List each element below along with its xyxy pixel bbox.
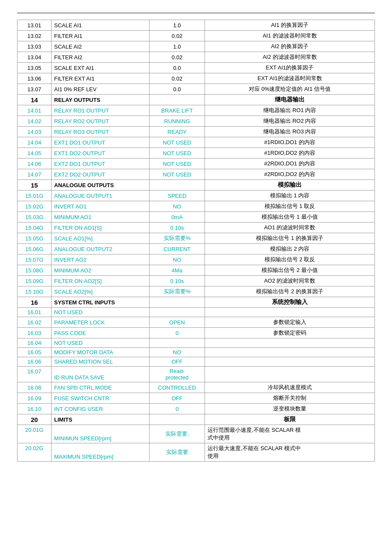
row-desc: 逆变模块数量 [205, 404, 375, 414]
row-value: 0.0 [150, 84, 205, 95]
row-value: NOT USED [150, 159, 205, 169]
row-desc: 继电器输出 RO3 内容 [205, 127, 375, 137]
row-name: SCALE AO1[%] [52, 233, 150, 244]
table-row: 14.04 EXT1 DO1 OUTPUT NOT USED #1RDIO,DO… [17, 137, 375, 148]
table-row: 13.05 SCALE EXT AI1 0.0 EXT AI1的换算因子 [17, 63, 375, 73]
table-row: 14.05 EXT1 DO2 OUTPUT NOT USED #1RDIO,DO… [17, 148, 375, 159]
row-value: NOT USED [150, 169, 205, 180]
row-value: CURRENT [150, 244, 205, 254]
row-desc: 模拟输出 2 内容 [205, 244, 375, 254]
row-desc: 冷却风机速度模式 [205, 382, 375, 393]
row-desc [205, 367, 375, 382]
row-value: 0.02 [150, 52, 205, 63]
row-name: FILTER AI2 [52, 52, 150, 63]
table-row: 15.06G ANALOGUE OUTPUT2 CURRENT 模拟输出 2 内… [17, 244, 375, 254]
row-desc: AI2 的滤波器时间常数 [205, 52, 375, 63]
table-row: 16 SYSTEM CTRL INPUTS 系统控制输入 [17, 297, 375, 308]
row-name: PARAMETER LOCK [52, 317, 150, 328]
row-desc: #1RDIO,DO1 的内容 [205, 137, 375, 148]
row-desc: 继电器输出 RO1 内容 [205, 105, 375, 116]
row-code: 14.01 [17, 105, 52, 116]
row-name: SHARED MOTION SEL [52, 357, 150, 367]
row-value: Read- protected [150, 367, 205, 382]
row-name: FILTER ON AO2[S] [52, 276, 150, 286]
row-code: 16.07 [17, 367, 52, 382]
row-desc [205, 338, 375, 348]
row-desc: AI1 的滤波器时间常数 [205, 31, 375, 41]
row-desc: AI2 的换算因子 [205, 41, 375, 52]
section-code: 16 [17, 297, 52, 308]
row-name: FILTER ON AO1[S] [52, 223, 150, 233]
row-code: 16.10 [17, 404, 52, 414]
row-desc: 模拟输出信号 1 的换算因子 [205, 233, 375, 244]
table-row: 15.09G FILTER ON AO2[S] 0.10s AO2 的滤波时间常… [17, 276, 375, 286]
row-name: ANALOGUE OUTPUT2 [52, 244, 150, 254]
table-row: 14.01 RELAY RO1 OUTPUT BRAKE LIFT 继电器输出 … [17, 105, 375, 116]
row-value: 1.0 [150, 20, 205, 31]
row-code: 15.02G [17, 201, 52, 212]
row-name: RELAY RO3 OUTPUT [52, 127, 150, 137]
row-code: 15.06G [17, 244, 52, 254]
row-value: NO [150, 201, 205, 212]
section-value [150, 180, 205, 191]
row-code: 15.07G [17, 254, 52, 265]
table-row: 15.03G MINIMUM AO1 0mA 模拟输出信号 1 最小值 [17, 212, 375, 223]
row-name: MINIMUM AO2 [52, 265, 150, 276]
table-row: 13.01 SCALE AI1 1.0 AI1 的换算因子 [17, 20, 375, 31]
table-row: 14.03 RELAY RO3 OUTPUT READY 继电器输出 RO3 内… [17, 127, 375, 137]
section-name: LIMITS [52, 414, 150, 425]
row-value [150, 338, 205, 348]
row-desc: #2RDIO,DO1 的内容 [205, 159, 375, 169]
row-code: 14.05 [17, 148, 52, 159]
row-value: NOT USED [150, 137, 205, 148]
table-row: 15.08G MINIMUM AO2 4Ma 模拟输出信号 2 最小值 [17, 265, 375, 276]
row-code: 15.01G [17, 191, 52, 201]
section-desc: 板限 [205, 414, 375, 425]
row-desc: 运行范围最小速度,不能在 SCALAR 模式中使用 [205, 425, 375, 443]
row-value: NO [150, 254, 205, 265]
row-value: 0.02 [150, 31, 205, 41]
row-code: 13.01 [17, 20, 52, 31]
table-row: 15.05G SCALE AO1[%] 实际需要% 模拟输出信号 1 的换算因子 [17, 233, 375, 244]
row-desc: 模拟输出信号 1 取反 [205, 201, 375, 212]
section-value [150, 297, 205, 308]
table-row: 16.02 PARAMETER LOCK OPEN 参数锁定输入 [17, 317, 375, 328]
section-desc: 系统控制输入 [205, 297, 375, 308]
row-name: FAN SPD CTRL MODE [52, 382, 150, 393]
row-value: READY [150, 127, 205, 137]
table-row: 20.01G MINIMUN SPEED[rpm] 实际需要, 运行范围最小速度… [17, 425, 375, 443]
row-name: ID RUN DATA SAVE [52, 367, 150, 382]
row-value: 1.0 [150, 41, 205, 52]
row-code: 16.08 [17, 382, 52, 393]
row-value: 0.0 [150, 63, 205, 73]
table-row: 16.05 MODIFY MOTOR DATA NO [17, 348, 375, 357]
row-name: EXT1 DO1 OUTPUT [52, 137, 150, 148]
row-name: FILTER AI1 [52, 31, 150, 41]
table-row: 14 RELAY OUTPUTS 继电器输出 [17, 95, 375, 105]
row-value [150, 308, 205, 317]
row-name: SCALE AI2 [52, 41, 150, 52]
top-divider [17, 13, 375, 13]
row-name: INVERT AO2 [52, 254, 150, 265]
row-name: INVERT AO1 [52, 201, 150, 212]
row-code: 14.02 [17, 116, 52, 127]
table-row: 16.06 SHARED MOTION SEL OFF [17, 357, 375, 367]
table-row: 14.06 EXT2 DO1 OUTPUT NOT USED #2RDIO,DO… [17, 159, 375, 169]
table-row: 16.08 FAN SPD CTRL MODE CONTROLLED 冷却风机速… [17, 382, 375, 393]
row-name: MAXIMUN SPEED[rpm] [52, 443, 150, 462]
row-code: 15.10G [17, 286, 52, 297]
table-row: 13.04 FILTER AI2 0.02 AI2 的滤波器时间常数 [17, 52, 375, 63]
row-value: 0.10s [150, 223, 205, 233]
row-desc: 运行最大速度,不能在 SCALAR 模式中使用 [205, 443, 375, 462]
row-value: RUNNING [150, 116, 205, 127]
row-name: RELAY RO2 OUTPUT [52, 116, 150, 127]
section-name: RELAY OUTPUTS [52, 95, 150, 105]
row-desc: #1RDIO,DO2 的内容 [205, 148, 375, 159]
row-code: 13.03 [17, 41, 52, 52]
row-code: 13.04 [17, 52, 52, 63]
row-desc: #2RDIO,DO2 的内容 [205, 169, 375, 180]
row-value: SPEED [150, 191, 205, 201]
row-desc: 参数锁定密码 [205, 328, 375, 338]
row-name: EXT1 DO2 OUTPUT [52, 148, 150, 159]
row-name: MINIMUN SPEED[rpm] [52, 425, 150, 443]
